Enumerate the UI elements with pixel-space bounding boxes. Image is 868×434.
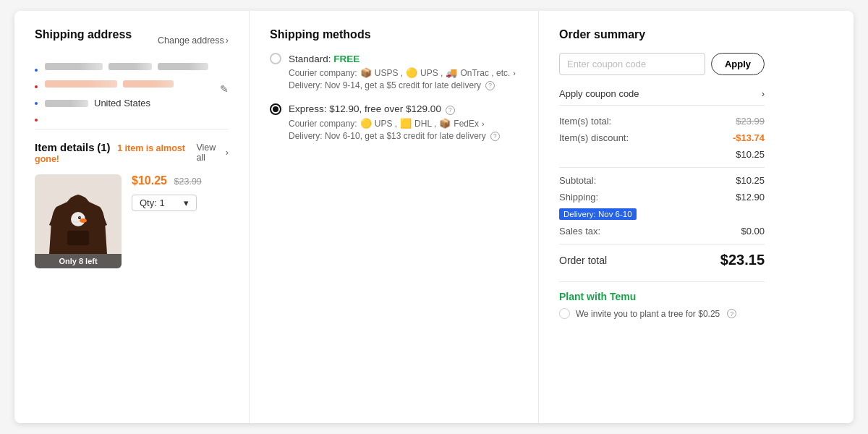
ups2-icon: 🟡 (360, 118, 372, 129)
ups-label: UPS , (420, 68, 443, 78)
qty-label: Qty: 1 (140, 197, 165, 208)
summary-divider-1 (559, 167, 765, 168)
change-address-text: Change address (158, 35, 224, 46)
apply-coupon-row[interactable]: Apply coupon code › (559, 82, 765, 106)
usps-label: USPS , (375, 68, 403, 78)
coupon-input[interactable] (559, 53, 705, 75)
after-discount-row: $10.25 (559, 149, 765, 160)
ontrac-icon: 🚚 (446, 67, 457, 78)
delivery-badge-row: Delivery: Nov 6-10 (559, 208, 765, 220)
after-discount-value: $10.25 (736, 149, 765, 160)
express-delivery-text: Delivery: Nov 6-10, get a $13 credit for… (289, 131, 486, 141)
standard-free: FREE (333, 54, 359, 64)
subtotal-value: $10.25 (736, 175, 765, 186)
items-total-value: $23.99 (736, 116, 765, 127)
plant-row: We invite you to plant a tree for $0.25 … (559, 308, 765, 319)
items-discount-row: Item(s) discount: -$13.74 (559, 132, 765, 143)
standard-courier-label: Courier company: (289, 68, 357, 78)
sales-tax-value: $0.00 (741, 226, 765, 237)
standard-label: Standard: FREE (289, 54, 359, 64)
items-discount-value: -$13.74 (733, 132, 765, 143)
address-bar-1 (45, 63, 103, 70)
apply-coupon-arrow: › (762, 88, 765, 99)
order-summary-title: Order summary (559, 28, 765, 41)
address-bar-4 (45, 80, 117, 88)
fedex-label: FedEx (454, 119, 479, 129)
shipping-value: $12.90 (736, 192, 765, 203)
express-radio-inner (273, 106, 278, 112)
plant-radio[interactable] (559, 308, 570, 319)
delivery-badge: Delivery: Nov 6-10 (559, 208, 637, 220)
view-all-arrow: › (226, 148, 229, 158)
express-delivery-info[interactable]: ? (490, 132, 500, 141)
shipping-methods-section: Shipping methods Standard: FREE Courier … (250, 11, 539, 423)
address-bar-2 (109, 63, 152, 70)
shipping-option-express: Express: $12.90, free over $129.00 ? Cou… (270, 103, 518, 141)
items-total-row: Item(s) total: $23.99 (559, 116, 765, 127)
country-text: United States (94, 98, 150, 109)
standard-courier-arrow[interactable]: › (513, 69, 516, 77)
ups-icon: 🟡 (406, 67, 417, 78)
sales-tax-row: Sales tax: $0.00 (559, 226, 765, 237)
ontrac-label: OnTrac , etc. (460, 68, 510, 78)
standard-delivery-text: Delivery: Nov 9-14, get a $5 credit for … (289, 80, 481, 90)
only-left-badge: Only 8 left (35, 254, 122, 268)
item-details-section: Item details (1) 1 item is almost gone! … (35, 129, 229, 268)
standard-delivery-info[interactable]: ? (485, 81, 495, 90)
items-total-label: Item(s) total: (559, 116, 611, 127)
ups2-label: UPS , (375, 119, 397, 129)
address-dot-4 (35, 119, 38, 122)
coupon-row: Apply (559, 53, 765, 75)
express-courier-arrow[interactable]: › (482, 119, 485, 128)
plant-section: Plant with Temu We invite you to plant a… (559, 281, 765, 319)
order-total-row: Order total $23.15 (559, 252, 765, 268)
plant-text: We invite you to plant a tree for $0.25 (576, 309, 720, 319)
express-header: Express: $12.90, free over $129.00 ? (270, 103, 518, 115)
item-original-price: $23.99 (174, 176, 202, 187)
shipping-row: Shipping: $12.90 (559, 192, 765, 203)
fedex-icon: 📦 (439, 118, 451, 129)
item-row: Only 8 left $10.25 $23.99 Qty: 1 ▾ (35, 174, 229, 268)
item-details-title-row: Item details (1) 1 item is almost gone! (35, 141, 196, 164)
express-info-icon[interactable]: ? (446, 106, 455, 115)
dhl-label: DHL , (414, 119, 436, 129)
item-details-header: Item details (1) 1 item is almost gone! … (35, 141, 229, 164)
address-lines: United States (35, 63, 208, 114)
change-address-button[interactable]: Change address › (158, 35, 229, 46)
dhl-icon: 🟨 (400, 118, 412, 129)
item-count: (1) (97, 141, 110, 153)
qty-selector[interactable]: Qty: 1 ▾ (132, 195, 197, 211)
standard-delivery: Delivery: Nov 9-14, get a $5 credit for … (289, 80, 518, 90)
express-radio[interactable] (270, 103, 281, 115)
apply-coupon-text: Apply coupon code (559, 88, 639, 99)
address-dot-1 (35, 69, 38, 72)
apply-button[interactable]: Apply (711, 53, 765, 75)
standard-header: Standard: FREE (270, 53, 518, 64)
address-dot-3 (35, 102, 38, 105)
svg-rect-0 (67, 231, 89, 245)
standard-radio[interactable] (270, 53, 281, 64)
svg-point-3 (78, 216, 81, 219)
order-total-label: Order total (559, 255, 607, 266)
items-discount-label: Item(s) discount: (559, 132, 629, 143)
shipping-address-title: Shipping address (35, 28, 132, 41)
address-header: Shipping address Change address › (35, 28, 229, 53)
plant-info-icon[interactable]: ? (727, 309, 736, 318)
checkout-container: Shipping address Change address › (14, 11, 854, 423)
change-address-arrow: › (226, 35, 229, 46)
view-all-button[interactable]: View all › (196, 142, 229, 163)
order-summary-section: Order summary Apply Apply coupon code › … (539, 11, 785, 423)
svg-point-4 (80, 217, 80, 218)
express-delivery: Delivery: Nov 6-10, get a $13 credit for… (289, 131, 518, 141)
order-total-value: $23.15 (720, 252, 765, 268)
address-bar-3 (158, 63, 208, 70)
qty-chevron: ▾ (184, 197, 189, 208)
address-bar-5 (123, 80, 174, 88)
svg-point-2 (80, 218, 87, 223)
shipping-methods-title: Shipping methods (270, 28, 518, 41)
item-pricing: $10.25 $23.99 (132, 174, 202, 187)
express-courier: Courier company: 🟡 UPS , 🟨 DHL , 📦 FedEx… (289, 118, 518, 129)
plant-title: Plant with Temu (559, 291, 765, 302)
item-image-wrapper: Only 8 left (35, 174, 122, 268)
edit-address-icon[interactable]: ✎ (220, 83, 229, 95)
